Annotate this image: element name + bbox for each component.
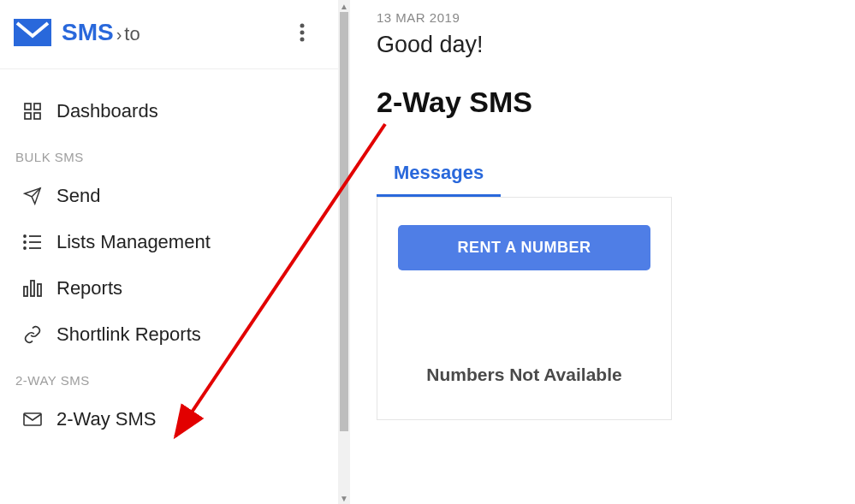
link-icon (22, 324, 43, 345)
sidebar-item-label: Shortlink Reports (56, 323, 201, 346)
envelope-icon (14, 19, 51, 46)
sidebar-item-label: 2-Way SMS (56, 408, 157, 430)
sidebar-item-label: Dashboards (56, 100, 158, 122)
mail-icon (22, 409, 43, 430)
sidebar-item-shortlink[interactable]: Shortlink Reports (0, 311, 338, 358)
svg-rect-16 (38, 284, 41, 296)
sidebar-item-label: Reports (56, 277, 122, 299)
sidebar-item-label: Lists Management (56, 231, 211, 253)
list-icon (22, 232, 43, 252)
logo-separator: › (116, 25, 122, 44)
greeting-text: Good day! (377, 32, 829, 58)
sidebar-section-bulk: BULK SMS (0, 134, 338, 173)
sidebar-nav: Dashboards BULK SMS Send Lis (0, 69, 338, 461)
svg-rect-17 (24, 413, 41, 425)
sidebar: SMS › to (0, 0, 339, 504)
logo[interactable]: SMS › to (14, 19, 140, 46)
sidebar-item-lists[interactable]: Lists Management (0, 219, 338, 265)
logo-text: SMS › to (62, 19, 140, 46)
logo-suffix: to (124, 23, 140, 45)
main-content: 13 MAR 2019 Good day! 2-Way SMS Messages… (339, 0, 855, 504)
more-menu-button[interactable] (287, 17, 318, 48)
svg-point-12 (24, 241, 26, 243)
sidebar-item-send[interactable]: Send (0, 173, 338, 219)
svg-point-1 (300, 24, 305, 28)
sidebar-item-label: Send (56, 185, 100, 207)
svg-rect-4 (25, 104, 31, 110)
svg-point-11 (24, 235, 26, 237)
numbers-card: RENT A NUMBER Numbers Not Available (377, 197, 672, 420)
sidebar-item-dashboards[interactable]: Dashboards (0, 88, 338, 134)
tab-messages[interactable]: Messages (377, 155, 501, 197)
send-icon (22, 186, 43, 206)
bar-chart-icon (22, 278, 43, 299)
svg-rect-7 (34, 113, 40, 119)
rent-number-button[interactable]: RENT A NUMBER (398, 225, 650, 270)
svg-rect-15 (31, 281, 34, 296)
sidebar-item-reports[interactable]: Reports (0, 265, 338, 311)
grid-icon (22, 101, 43, 122)
svg-point-3 (300, 38, 305, 42)
date-label: 13 MAR 2019 (377, 10, 829, 25)
sidebar-item-2way-sms[interactable]: 2-Way SMS (0, 396, 338, 442)
sidebar-header: SMS › to (0, 0, 338, 69)
logo-brand: SMS (62, 19, 114, 46)
numbers-not-available-text: Numbers Not Available (398, 365, 650, 385)
page-title: 2-Way SMS (377, 86, 829, 119)
svg-rect-5 (34, 104, 40, 110)
svg-point-2 (300, 31, 305, 35)
svg-rect-14 (24, 287, 27, 296)
sidebar-section-2way: 2-WAY SMS (0, 358, 338, 396)
svg-point-13 (24, 247, 26, 249)
svg-rect-6 (25, 113, 31, 119)
tabs: Messages (377, 155, 829, 197)
